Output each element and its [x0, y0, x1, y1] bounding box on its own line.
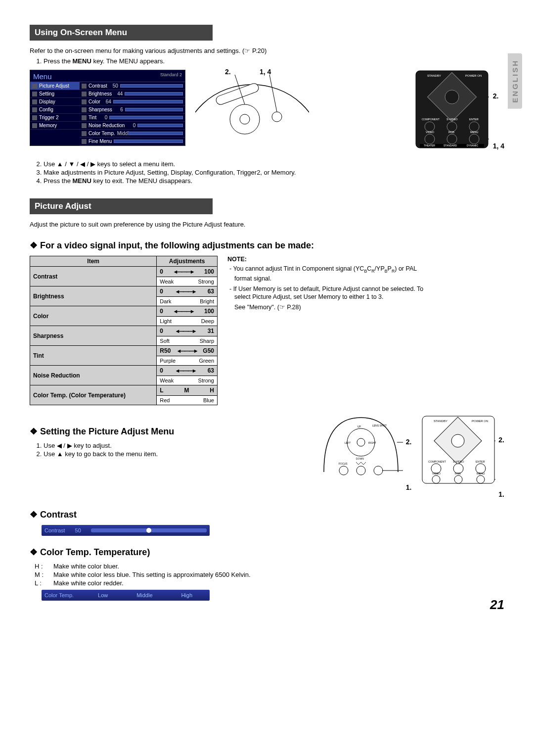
- intro-text: Refer to the on-screen menu for making v…: [30, 47, 504, 55]
- note-link: See "Memory". (☞ P.28): [234, 303, 435, 311]
- svg-point-29: [357, 438, 365, 446]
- svg-point-36: [356, 466, 365, 475]
- svg-text:RIGHT: RIGHT: [368, 441, 376, 444]
- svg-point-10: [425, 122, 435, 132]
- note-item: You cannot adjust Tint in Component sign…: [227, 265, 435, 283]
- poweron-label: POWER ON: [465, 74, 482, 77]
- page-number: 21: [490, 597, 504, 613]
- colortemp-heading: Color Temp. Temperature): [30, 547, 504, 558]
- svg-point-18: [469, 134, 479, 144]
- contrast-slider-mock: Contrast 50: [42, 525, 210, 536]
- svg-point-45: [451, 434, 464, 447]
- svg-point-2: [240, 114, 250, 124]
- svg-point-52: [432, 475, 440, 483]
- svg-point-37: [374, 466, 383, 475]
- step: Press the MENU key. The MENU appears.: [44, 57, 504, 65]
- step: Make adjustments in Picture Adjust, Sett…: [44, 169, 504, 176]
- control-panel-diagram-2: STANDBY POWER ON COMPONENT S-VIDEO ENTER…: [421, 415, 495, 486]
- menu-categories: Picture Adjust Setting Display Config Tr…: [30, 82, 80, 145]
- language-tab: ENGLISH: [508, 53, 522, 109]
- video-signal-heading: For a video signal input, the following …: [30, 240, 504, 251]
- svg-text:ENTER: ENTER: [476, 460, 485, 463]
- step: Press the MENU key to exit. The MENU dis…: [44, 177, 504, 185]
- setting-heading: Setting the Picture Adjust Menu: [30, 426, 309, 437]
- step: Use ◀ / ▶ key to adjust.: [44, 442, 309, 449]
- svg-text:ENTER: ENTER: [469, 118, 479, 121]
- steps-list-2: Use ▲ / ▼ / ◀ / ▶ keys to select a menu …: [44, 160, 504, 185]
- note-block: NOTE: You cannot adjust Tint in Componen…: [227, 256, 435, 311]
- svg-text:S-VIDEO: S-VIDEO: [453, 460, 464, 463]
- svg-point-53: [454, 475, 462, 483]
- svg-text:COMPONENT: COMPONENT: [428, 460, 446, 463]
- svg-point-17: [447, 134, 457, 144]
- section-using-menu-title: Using On-Screen Menu: [30, 25, 213, 41]
- svg-text:DYNAMIC: DYNAMIC: [467, 144, 478, 147]
- svg-text:LENS SHIFT: LENS SHIFT: [372, 424, 387, 427]
- section-picture-adjust-title: Picture Adjust: [30, 198, 213, 214]
- projector-top-diagram: UP LENS SHIFT LEFT RIGHT DOWN FOCUS: [319, 415, 403, 481]
- svg-text:MENU: MENU: [470, 131, 478, 134]
- standby-label: STANDBY: [427, 74, 441, 77]
- svg-point-16: [425, 134, 435, 144]
- svg-point-3: [272, 112, 282, 122]
- step: Use ▲ / ▼ / ◀ / ▶ keys to select a menu …: [44, 160, 504, 168]
- svg-point-11: [447, 122, 457, 132]
- menu-settings: Contrast50 Brightness44 Color64 Sharpnes…: [80, 82, 185, 145]
- control-panel-diagram: STANDBY POWER ON COMPONENT S-VIDEO ENTER…: [415, 70, 489, 150]
- svg-text:STANDARD: STANDARD: [444, 144, 457, 147]
- svg-text:LEFT: LEFT: [345, 441, 351, 444]
- steps-list-1: Press the MENU key. The MENU appears.: [44, 57, 504, 65]
- svg-text:STANDBY: STANDBY: [434, 420, 447, 423]
- svg-text:THEATER: THEATER: [424, 144, 435, 147]
- svg-text:POWER ON: POWER ON: [472, 420, 488, 423]
- contrast-heading: Contrast: [30, 509, 504, 520]
- step: Use ▲ key to go back to the menu item.: [44, 450, 309, 458]
- svg-point-54: [477, 475, 485, 483]
- onscreen-menu-mock: MenuStandard 2 Picture Adjust Setting Di…: [30, 70, 185, 146]
- svg-text:FOCUS: FOCUS: [339, 462, 348, 465]
- svg-point-9: [445, 90, 459, 104]
- svg-text:UP: UP: [357, 425, 361, 428]
- svg-text:COMPONENT: COMPONENT: [422, 118, 440, 121]
- setting-steps: Use ◀ / ▶ key to adjust. Use ▲ key to go…: [44, 442, 309, 458]
- svg-text:S-VIDEO: S-VIDEO: [446, 118, 458, 121]
- svg-text:RGB: RGB: [448, 131, 454, 134]
- colortemp-list: H :Make white color bluer. M :Make white…: [35, 563, 504, 587]
- remote-top-diagram: 2. 1, 4: [195, 70, 405, 145]
- colortemp-slider-mock: Color Temp. Low Middle High: [42, 590, 210, 601]
- svg-text:VIDEO: VIDEO: [426, 131, 435, 134]
- svg-text:MENU: MENU: [477, 472, 485, 475]
- svg-point-12: [469, 122, 479, 132]
- svg-point-35: [339, 466, 348, 475]
- svg-text:RGB: RGB: [455, 472, 461, 475]
- picture-adjust-intro: Adjust the picture to suit own preferenc…: [30, 220, 504, 229]
- svg-text:VIDEO: VIDEO: [432, 472, 441, 475]
- svg-text:DOWN: DOWN: [356, 457, 364, 460]
- note-item: If User Memory is set to default, Pictur…: [227, 285, 435, 302]
- adjustments-table: ItemAdjustments Contrast0◂———▸100 WeakSt…: [30, 256, 218, 405]
